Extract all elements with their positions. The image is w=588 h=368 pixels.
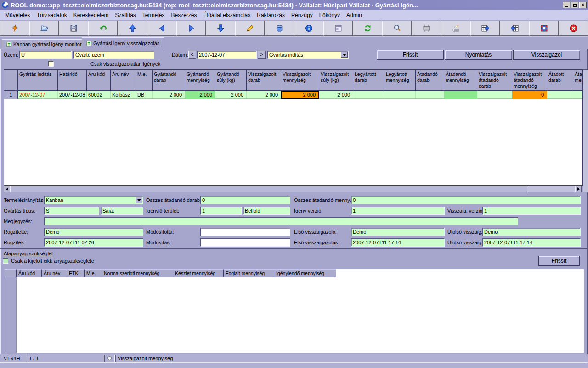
- material-column-header[interactable]: Igénylendő mennyiség: [274, 269, 336, 277]
- menu-item-3[interactable]: Kereskedelem: [70, 11, 112, 20]
- material-column-header[interactable]: Norma szerinti mennyiség: [102, 269, 173, 277]
- info-button[interactable]: [294, 21, 323, 36]
- grid-column-header[interactable]: Legyártott darab: [353, 70, 384, 91]
- grid-horizontal-scrollbar[interactable]: [4, 186, 582, 192]
- form-button[interactable]: [323, 21, 353, 36]
- grid-column-header[interactable]: Átadott mennyiség: [573, 70, 583, 91]
- scroll-right-button[interactable]: [575, 186, 582, 192]
- tab-1[interactable]: TKanban gyártási igény monitor: [2, 39, 86, 49]
- grid-column-header[interactable]: Gyártás indítás: [18, 70, 58, 91]
- close-button[interactable]: ×: [579, 2, 587, 8]
- date-prev-button[interactable]: <: [188, 51, 196, 59]
- restore-button[interactable]: [571, 2, 578, 8]
- grid-cell[interactable]: 2007-12-07: [18, 91, 58, 99]
- grid-column-header[interactable]: Visszaigazolt súly (kg): [319, 70, 353, 91]
- import-grid-button[interactable]: [500, 21, 529, 36]
- modositas-field[interactable]: [200, 238, 290, 247]
- termelesiranyitas-dropdown[interactable]: Kanban: [44, 196, 143, 204]
- igenylo-terulet-name-field[interactable]: Belföld: [243, 207, 290, 215]
- grid-cell[interactable]: 2 000: [319, 91, 353, 99]
- menu-item-11[interactable]: Admin: [343, 11, 365, 20]
- grid-cell[interactable]: 2 000: [247, 91, 281, 99]
- grid-cell[interactable]: [444, 91, 477, 99]
- grid-column-header[interactable]: Legyártott mennyiség: [384, 70, 416, 91]
- material-column-header[interactable]: Áru kód: [17, 269, 42, 277]
- print-button[interactable]: Nyomtatás: [445, 50, 512, 60]
- grid-column-header[interactable]: Visszaigazolt átadandó mennyiség: [512, 70, 547, 91]
- grid-cell[interactable]: [353, 91, 384, 99]
- termelesiranyitas-dropdown-button[interactable]: [136, 197, 142, 203]
- menu-item-8[interactable]: Raktározás: [254, 11, 288, 20]
- next-record-button[interactable]: [176, 21, 206, 36]
- uzem-code-input[interactable]: U: [19, 51, 72, 59]
- last-record-button[interactable]: [206, 21, 235, 36]
- open-button[interactable]: [29, 21, 59, 36]
- visszaig-verzio-field[interactable]: 1: [482, 207, 581, 215]
- material-column-header[interactable]: Foglalt mennyiség: [224, 269, 274, 277]
- grid-cell[interactable]: 2007-12-08: [58, 91, 87, 99]
- menu-item-2[interactable]: Törzsadatok: [34, 11, 70, 20]
- grid-button[interactable]: [412, 21, 441, 36]
- menu-item-7[interactable]: Élőállat elszámolás: [200, 11, 254, 20]
- material-column-header[interactable]: ETK: [67, 269, 85, 277]
- elso-visszaigazolas-field[interactable]: 2007-12-07T11:17:14: [351, 238, 445, 247]
- utolso-visszaigazolo-field[interactable]: Demo: [482, 228, 581, 236]
- confirm-button[interactable]: Visszaigazol: [513, 50, 580, 60]
- mode-dropdown[interactable]: Gyártás indítás: [267, 51, 349, 59]
- grid-column-header[interactable]: Visszaigazolt darab: [247, 70, 281, 91]
- grid-column-header[interactable]: Gyártandó súly (kg): [215, 70, 247, 91]
- material-refresh-button[interactable]: Frissít: [538, 256, 580, 266]
- osszes-atadando-darab-field[interactable]: 0: [200, 196, 290, 204]
- prev-record-button[interactable]: [147, 21, 176, 36]
- grid-column-header[interactable]: Visszaigazolt mennyiség: [281, 70, 319, 91]
- scroll-thumb[interactable]: [10, 186, 527, 192]
- grid-vertical-scrollbar[interactable]: [583, 69, 588, 192]
- menu-item-9[interactable]: Pénzügy: [288, 11, 316, 20]
- date-input[interactable]: 2007-12-07: [197, 51, 257, 59]
- grid-column-header[interactable]: Gyártandó darab: [153, 70, 185, 91]
- menu-item-10[interactable]: Főkönyv: [316, 11, 343, 20]
- minimize-button[interactable]: [563, 2, 570, 8]
- selected-grid-cell[interactable]: 2 000: [281, 91, 319, 99]
- menu-item-4[interactable]: Szállítás: [112, 11, 139, 20]
- first-record-button[interactable]: [118, 21, 147, 36]
- grid-cell[interactable]: 2 000: [153, 91, 185, 99]
- grid-cell[interactable]: 60002: [87, 91, 111, 99]
- material-column-header[interactable]: Áru név: [42, 269, 67, 277]
- date-next-button[interactable]: >: [258, 51, 266, 59]
- grid-cell[interactable]: [384, 91, 416, 99]
- refresh-button[interactable]: [353, 21, 382, 36]
- grid-cell[interactable]: [477, 91, 512, 99]
- grid-column-header[interactable]: Határidő: [58, 70, 87, 91]
- rogzites-field[interactable]: 2007-12-07T11:02:26: [44, 238, 143, 247]
- search-button[interactable]: [382, 21, 412, 36]
- grid-cell[interactable]: 2 000: [185, 91, 215, 99]
- grid-cell[interactable]: [416, 91, 444, 99]
- database-button[interactable]: [265, 21, 294, 36]
- modositotta-field[interactable]: [200, 228, 290, 236]
- export-grid-button[interactable]: [470, 21, 500, 36]
- grid-column-header[interactable]: M.e.: [136, 70, 153, 91]
- grid-column-header[interactable]: Átadott darab: [547, 70, 573, 91]
- only-unconfirmed-checkbox[interactable]: [48, 61, 54, 67]
- grid-column-header[interactable]: Áru kód: [87, 70, 111, 91]
- row-number-cell[interactable]: 1: [4, 91, 18, 99]
- grid-cell[interactable]: 2 000: [215, 91, 247, 99]
- grid-column-header[interactable]: Átadandó mennyiség: [444, 70, 477, 91]
- grid-cell[interactable]: DB: [136, 91, 153, 99]
- grid-cell[interactable]: [547, 91, 573, 99]
- grid-cell[interactable]: [573, 91, 583, 99]
- grid-cell[interactable]: 0: [512, 91, 547, 99]
- utolso-visszaigazolas-field[interactable]: 2007-12-07T11:17:14: [482, 238, 581, 247]
- menu-item-6[interactable]: Beszerzés: [168, 11, 200, 20]
- stop-button[interactable]: [559, 21, 588, 36]
- keyboard-button[interactable]: [441, 21, 470, 36]
- igeny-verzio-field[interactable]: 1: [351, 207, 445, 215]
- grid-column-header[interactable]: Gyártandó mennyiség: [185, 70, 215, 91]
- material-column-header[interactable]: Készlet mennyiség: [173, 269, 224, 277]
- gyartas-tipus-name-field[interactable]: Saját: [101, 207, 143, 215]
- grid-column-header[interactable]: Visszaigazolt átadandó darab: [477, 70, 512, 91]
- grid-select-button[interactable]: [529, 21, 559, 36]
- edit-button[interactable]: [235, 21, 265, 36]
- tab-2[interactable]: TGyártási igény visszaigazolás: [82, 37, 164, 49]
